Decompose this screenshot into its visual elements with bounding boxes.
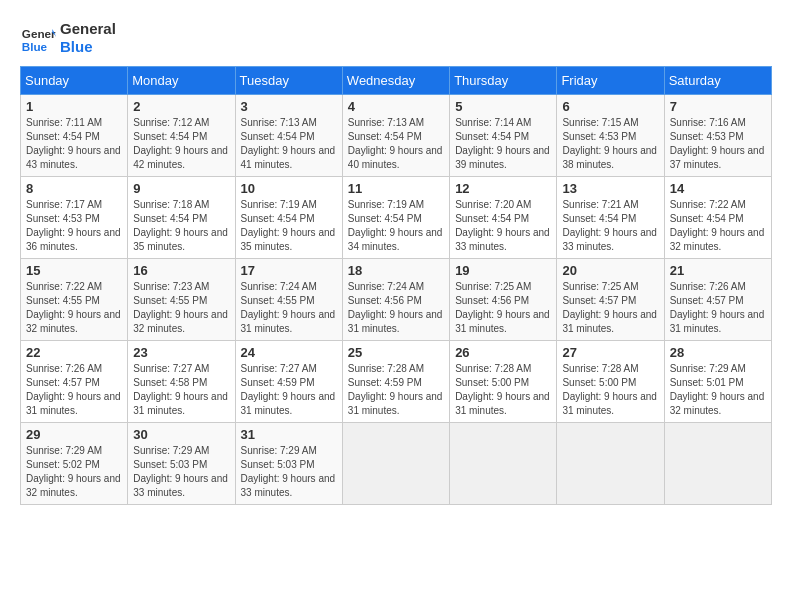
day-info: Sunrise: 7:12 AMSunset: 4:54 PMDaylight:… bbox=[133, 116, 229, 172]
calendar-cell: 11Sunrise: 7:19 AMSunset: 4:54 PMDayligh… bbox=[342, 177, 449, 259]
day-info: Sunrise: 7:19 AMSunset: 4:54 PMDaylight:… bbox=[241, 198, 337, 254]
week-row-2: 8Sunrise: 7:17 AMSunset: 4:53 PMDaylight… bbox=[21, 177, 772, 259]
day-number: 25 bbox=[348, 345, 444, 360]
week-row-5: 29Sunrise: 7:29 AMSunset: 5:02 PMDayligh… bbox=[21, 423, 772, 505]
day-number: 27 bbox=[562, 345, 658, 360]
day-info: Sunrise: 7:15 AMSunset: 4:53 PMDaylight:… bbox=[562, 116, 658, 172]
day-number: 7 bbox=[670, 99, 766, 114]
day-info: Sunrise: 7:27 AMSunset: 4:59 PMDaylight:… bbox=[241, 362, 337, 418]
day-info: Sunrise: 7:13 AMSunset: 4:54 PMDaylight:… bbox=[348, 116, 444, 172]
day-info: Sunrise: 7:29 AMSunset: 5:02 PMDaylight:… bbox=[26, 444, 122, 500]
svg-text:General: General bbox=[22, 27, 56, 40]
day-number: 20 bbox=[562, 263, 658, 278]
col-header-friday: Friday bbox=[557, 67, 664, 95]
day-number: 18 bbox=[348, 263, 444, 278]
calendar-cell: 17Sunrise: 7:24 AMSunset: 4:55 PMDayligh… bbox=[235, 259, 342, 341]
calendar-cell: 30Sunrise: 7:29 AMSunset: 5:03 PMDayligh… bbox=[128, 423, 235, 505]
day-info: Sunrise: 7:20 AMSunset: 4:54 PMDaylight:… bbox=[455, 198, 551, 254]
day-info: Sunrise: 7:29 AMSunset: 5:03 PMDaylight:… bbox=[241, 444, 337, 500]
calendar-cell: 2Sunrise: 7:12 AMSunset: 4:54 PMDaylight… bbox=[128, 95, 235, 177]
day-info: Sunrise: 7:28 AMSunset: 5:00 PMDaylight:… bbox=[562, 362, 658, 418]
day-number: 29 bbox=[26, 427, 122, 442]
day-number: 2 bbox=[133, 99, 229, 114]
calendar-cell bbox=[557, 423, 664, 505]
day-info: Sunrise: 7:24 AMSunset: 4:56 PMDaylight:… bbox=[348, 280, 444, 336]
day-number: 26 bbox=[455, 345, 551, 360]
day-number: 6 bbox=[562, 99, 658, 114]
calendar-cell: 4Sunrise: 7:13 AMSunset: 4:54 PMDaylight… bbox=[342, 95, 449, 177]
day-number: 12 bbox=[455, 181, 551, 196]
day-info: Sunrise: 7:27 AMSunset: 4:58 PMDaylight:… bbox=[133, 362, 229, 418]
calendar-cell: 20Sunrise: 7:25 AMSunset: 4:57 PMDayligh… bbox=[557, 259, 664, 341]
calendar-cell bbox=[450, 423, 557, 505]
day-number: 1 bbox=[26, 99, 122, 114]
day-number: 30 bbox=[133, 427, 229, 442]
day-info: Sunrise: 7:29 AMSunset: 5:01 PMDaylight:… bbox=[670, 362, 766, 418]
calendar-cell: 7Sunrise: 7:16 AMSunset: 4:53 PMDaylight… bbox=[664, 95, 771, 177]
day-number: 16 bbox=[133, 263, 229, 278]
day-number: 17 bbox=[241, 263, 337, 278]
day-info: Sunrise: 7:19 AMSunset: 4:54 PMDaylight:… bbox=[348, 198, 444, 254]
calendar-cell: 5Sunrise: 7:14 AMSunset: 4:54 PMDaylight… bbox=[450, 95, 557, 177]
day-number: 8 bbox=[26, 181, 122, 196]
day-info: Sunrise: 7:13 AMSunset: 4:54 PMDaylight:… bbox=[241, 116, 337, 172]
week-row-4: 22Sunrise: 7:26 AMSunset: 4:57 PMDayligh… bbox=[21, 341, 772, 423]
calendar-cell bbox=[664, 423, 771, 505]
day-info: Sunrise: 7:29 AMSunset: 5:03 PMDaylight:… bbox=[133, 444, 229, 500]
day-info: Sunrise: 7:22 AMSunset: 4:55 PMDaylight:… bbox=[26, 280, 122, 336]
day-info: Sunrise: 7:14 AMSunset: 4:54 PMDaylight:… bbox=[455, 116, 551, 172]
calendar-cell: 12Sunrise: 7:20 AMSunset: 4:54 PMDayligh… bbox=[450, 177, 557, 259]
day-info: Sunrise: 7:16 AMSunset: 4:53 PMDaylight:… bbox=[670, 116, 766, 172]
calendar-cell bbox=[342, 423, 449, 505]
day-info: Sunrise: 7:26 AMSunset: 4:57 PMDaylight:… bbox=[670, 280, 766, 336]
day-info: Sunrise: 7:11 AMSunset: 4:54 PMDaylight:… bbox=[26, 116, 122, 172]
col-header-tuesday: Tuesday bbox=[235, 67, 342, 95]
svg-text:Blue: Blue bbox=[22, 40, 48, 53]
calendar-cell: 29Sunrise: 7:29 AMSunset: 5:02 PMDayligh… bbox=[21, 423, 128, 505]
day-number: 14 bbox=[670, 181, 766, 196]
day-number: 24 bbox=[241, 345, 337, 360]
col-header-saturday: Saturday bbox=[664, 67, 771, 95]
day-info: Sunrise: 7:24 AMSunset: 4:55 PMDaylight:… bbox=[241, 280, 337, 336]
day-info: Sunrise: 7:26 AMSunset: 4:57 PMDaylight:… bbox=[26, 362, 122, 418]
calendar-cell: 28Sunrise: 7:29 AMSunset: 5:01 PMDayligh… bbox=[664, 341, 771, 423]
day-number: 19 bbox=[455, 263, 551, 278]
day-number: 3 bbox=[241, 99, 337, 114]
day-number: 28 bbox=[670, 345, 766, 360]
day-info: Sunrise: 7:28 AMSunset: 4:59 PMDaylight:… bbox=[348, 362, 444, 418]
calendar-cell: 24Sunrise: 7:27 AMSunset: 4:59 PMDayligh… bbox=[235, 341, 342, 423]
day-number: 31 bbox=[241, 427, 337, 442]
day-info: Sunrise: 7:23 AMSunset: 4:55 PMDaylight:… bbox=[133, 280, 229, 336]
calendar-cell: 9Sunrise: 7:18 AMSunset: 4:54 PMDaylight… bbox=[128, 177, 235, 259]
day-number: 21 bbox=[670, 263, 766, 278]
day-number: 15 bbox=[26, 263, 122, 278]
calendar-cell: 27Sunrise: 7:28 AMSunset: 5:00 PMDayligh… bbox=[557, 341, 664, 423]
col-header-thursday: Thursday bbox=[450, 67, 557, 95]
calendar-table: SundayMondayTuesdayWednesdayThursdayFrid… bbox=[20, 66, 772, 505]
calendar-cell: 31Sunrise: 7:29 AMSunset: 5:03 PMDayligh… bbox=[235, 423, 342, 505]
day-number: 23 bbox=[133, 345, 229, 360]
calendar-cell: 13Sunrise: 7:21 AMSunset: 4:54 PMDayligh… bbox=[557, 177, 664, 259]
header: General Blue General Blue bbox=[20, 20, 772, 56]
day-info: Sunrise: 7:25 AMSunset: 4:56 PMDaylight:… bbox=[455, 280, 551, 336]
logo: General Blue General Blue bbox=[20, 20, 116, 56]
calendar-cell: 18Sunrise: 7:24 AMSunset: 4:56 PMDayligh… bbox=[342, 259, 449, 341]
calendar-cell: 19Sunrise: 7:25 AMSunset: 4:56 PMDayligh… bbox=[450, 259, 557, 341]
calendar-cell: 3Sunrise: 7:13 AMSunset: 4:54 PMDaylight… bbox=[235, 95, 342, 177]
col-header-wednesday: Wednesday bbox=[342, 67, 449, 95]
calendar-cell: 8Sunrise: 7:17 AMSunset: 4:53 PMDaylight… bbox=[21, 177, 128, 259]
calendar-cell: 21Sunrise: 7:26 AMSunset: 4:57 PMDayligh… bbox=[664, 259, 771, 341]
day-info: Sunrise: 7:28 AMSunset: 5:00 PMDaylight:… bbox=[455, 362, 551, 418]
calendar-cell: 15Sunrise: 7:22 AMSunset: 4:55 PMDayligh… bbox=[21, 259, 128, 341]
calendar-cell: 6Sunrise: 7:15 AMSunset: 4:53 PMDaylight… bbox=[557, 95, 664, 177]
logo-text-blue: Blue bbox=[60, 38, 116, 56]
day-info: Sunrise: 7:22 AMSunset: 4:54 PMDaylight:… bbox=[670, 198, 766, 254]
calendar-cell: 22Sunrise: 7:26 AMSunset: 4:57 PMDayligh… bbox=[21, 341, 128, 423]
calendar-cell: 25Sunrise: 7:28 AMSunset: 4:59 PMDayligh… bbox=[342, 341, 449, 423]
col-header-sunday: Sunday bbox=[21, 67, 128, 95]
day-number: 4 bbox=[348, 99, 444, 114]
day-number: 10 bbox=[241, 181, 337, 196]
logo-text-general: General bbox=[60, 20, 116, 38]
col-header-monday: Monday bbox=[128, 67, 235, 95]
calendar-cell: 14Sunrise: 7:22 AMSunset: 4:54 PMDayligh… bbox=[664, 177, 771, 259]
